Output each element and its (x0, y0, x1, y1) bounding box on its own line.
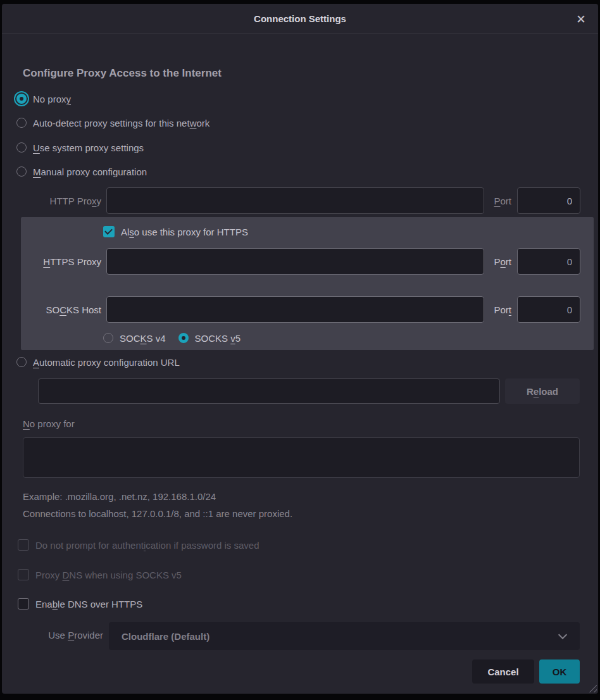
socks-host-input[interactable] (106, 296, 484, 323)
doh-label: Enable DNS over HTTPS (35, 599, 142, 609)
no-proxy-note: Connections to localhost, 127.0.0.1/8, a… (23, 508, 292, 519)
also-https-checkbox-row[interactable]: Also use this proxy for HTTPS (103, 224, 248, 239)
chevron-down-icon (558, 630, 567, 639)
radio-label: Auto-detect proxy settings for this netw… (33, 118, 209, 128)
checkbox-icon (18, 569, 29, 580)
radio-icon (103, 333, 113, 343)
radio-autoproxy-url[interactable]: Automatic proxy configuration URL (16, 354, 180, 370)
proxy-dns-checkbox-row[interactable]: Proxy DNS when using SOCKS v5 (18, 567, 182, 582)
dialog-titlebar: Connection Settings ✕ (2, 4, 598, 34)
socks-host-label: SOCKS Host (2, 304, 101, 315)
socks-v4-radio[interactable]: SOCKS v4 (103, 333, 166, 344)
socks-version-row: SOCKS v4 SOCKS v5 (103, 330, 241, 346)
socks-v5-radio[interactable]: SOCKS v5 (178, 333, 241, 344)
resize-grip[interactable] (586, 682, 597, 692)
https-port-input[interactable] (517, 248, 580, 275)
socks-v5-label: SOCKS v5 (195, 333, 241, 344)
autoproxy-url-input[interactable] (38, 378, 500, 404)
http-proxy-row: HTTP Proxy Port (2, 187, 581, 214)
reload-button[interactable]: Reload (505, 378, 580, 404)
proxy-dns-label: Proxy DNS when using SOCKS v5 (35, 570, 182, 580)
cancel-button[interactable]: Cancel (472, 659, 534, 684)
socks-host-row: SOCKS Host Port (2, 296, 581, 323)
no-proxy-for-textarea[interactable] (23, 437, 580, 478)
use-provider-label: Use Provider (2, 630, 103, 641)
https-port-label: Port (491, 256, 511, 267)
doh-checkbox-row[interactable]: Enable DNS over HTTPS (18, 596, 142, 611)
ok-button[interactable]: OK (539, 659, 580, 684)
page-title: Configure Proxy Access to the Internet (23, 67, 222, 80)
radio-icon (178, 333, 189, 343)
provider-selected-value: Cloudflare (Default) (122, 631, 209, 642)
https-proxy-row: HTTPS Proxy Port (2, 248, 581, 275)
radio-no-proxy[interactable]: No proxy (16, 91, 71, 106)
https-proxy-label: HTTPS Proxy (2, 256, 101, 267)
checkbox-icon (18, 598, 29, 609)
http-proxy-input[interactable] (106, 187, 484, 214)
close-icon[interactable]: ✕ (573, 11, 589, 27)
radio-label: Use system proxy settings (33, 142, 144, 153)
socks-port-input[interactable] (517, 296, 580, 323)
socks-v4-label: SOCKS v4 (120, 333, 166, 344)
checkbox-icon (18, 539, 29, 551)
radio-use-system[interactable]: Use system proxy settings (16, 140, 144, 155)
http-proxy-label: HTTP Proxy (2, 196, 101, 206)
radio-auto-detect[interactable]: Auto-detect proxy settings for this netw… (16, 115, 209, 130)
provider-select[interactable]: Cloudflare (Default) (109, 622, 580, 650)
radio-label: Automatic proxy configuration URL (33, 357, 180, 368)
radio-label: Manual proxy configuration (33, 166, 147, 177)
radio-icon (16, 118, 27, 128)
radio-label: No proxy (33, 94, 71, 104)
also-https-label: Also use this proxy for HTTPS (121, 227, 248, 237)
socks-port-label: Port (491, 304, 511, 315)
radio-manual-proxy[interactable]: Manual proxy configuration (16, 164, 147, 179)
radio-icon (16, 357, 27, 367)
no-proxy-example: Example: .mozilla.org, .net.nz, 192.168.… (23, 491, 216, 502)
dialog-title: Connection Settings (254, 13, 346, 24)
checkbox-checked-icon (103, 226, 115, 237)
no-proxy-for-label: No proxy for (23, 418, 75, 429)
radio-icon (16, 94, 27, 104)
https-proxy-input[interactable] (106, 248, 484, 275)
http-port-input[interactable] (517, 187, 580, 214)
connection-settings-dialog: Connection Settings ✕ Configure Proxy Ac… (2, 4, 598, 694)
radio-icon (16, 166, 27, 177)
http-port-label: Port (491, 196, 511, 206)
radio-icon (16, 142, 27, 153)
auth-prompt-checkbox-row[interactable]: Do not prompt for authentication if pass… (18, 537, 259, 553)
auth-prompt-label: Do not prompt for authentication if pass… (35, 540, 259, 551)
